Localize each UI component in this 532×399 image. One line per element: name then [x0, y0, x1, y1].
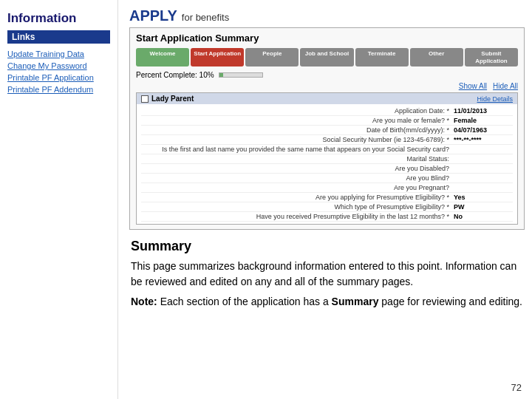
percent-bar-outer [219, 72, 263, 78]
sidebar-title: Information [7, 11, 110, 26]
application-summary-box: Start Application Summary Welcome Start … [129, 27, 525, 230]
row-label: Application Date: * [141, 107, 454, 115]
step-start: Start Application [191, 48, 244, 66]
row-value: 11/01/2013 [454, 107, 513, 115]
paragraph1-text: This page summarizes background informat… [131, 260, 516, 287]
note-label: Note: [131, 296, 157, 307]
table-row: Which type of Presumptive Eligibility? *… [141, 202, 513, 212]
show-all-link[interactable]: Show All [459, 82, 487, 90]
sidebar: Information Links Update Training Data C… [0, 0, 118, 399]
row-value: Yes [454, 194, 513, 201]
page-number: 72 [511, 382, 522, 393]
note-text: Each section of the application has a [157, 296, 332, 307]
row-value [454, 174, 513, 182]
row-label: Which type of Presumptive Eligibility? * [141, 203, 454, 211]
table-row: Are you applying for Presumptive Eligibi… [141, 193, 513, 202]
step-other: Other [410, 48, 463, 66]
percent-bar-inner [219, 73, 224, 77]
row-value [454, 184, 513, 191]
row-label: Date of Birth(mm/cd/yyyy): * [141, 126, 454, 134]
apply-subtitle: for benefits [182, 12, 229, 23]
table-row: Application Date: * 11/01/2013 [141, 106, 513, 116]
section-checkbox[interactable] [141, 95, 149, 103]
detail-header-left: Lady Parent [141, 95, 194, 103]
step-submit: Submit Application [465, 48, 518, 66]
table-row: Is the first and last name you provided … [141, 145, 513, 154]
row-label: Are you Disabled? [141, 165, 454, 172]
show-hide-row: Show All Hide All [136, 82, 518, 90]
row-value [454, 155, 513, 163]
table-row: Are you Disabled? [141, 164, 513, 174]
row-label: Are you Pregnant? [141, 184, 454, 191]
section-label: Lady Parent [151, 95, 194, 103]
apply-title: APPLY [129, 7, 177, 24]
step-welcome: Welcome [136, 48, 189, 66]
percent-label: Percent Complete: 10% [136, 71, 214, 79]
table-row: Social Security Number (ie 123-45-6789):… [141, 135, 513, 145]
bottom-content: Summary This page summarizes background … [129, 239, 525, 310]
apply-header: APPLY for benefits [129, 7, 525, 24]
row-label: Marital Status: [141, 155, 454, 163]
row-value: No [454, 213, 513, 220]
row-value: 04/07/1963 [454, 126, 513, 134]
row-label: Is the first and last name you provided … [141, 146, 454, 153]
table-row: Are you male or female? * Female [141, 116, 513, 126]
row-label: Are you male or female? * [141, 117, 454, 124]
row-label: Have you received Presumptive Eligibilit… [141, 213, 454, 220]
note-text2: page for reviewing and editing. [378, 296, 522, 307]
table-row: Have you received Presumptive Eligibilit… [141, 212, 513, 222]
summary-heading: Summary [131, 239, 523, 254]
row-label: Social Security Number (ie 123-45-6789):… [141, 136, 454, 143]
main-content: APPLY for benefits Start Application Sum… [118, 0, 532, 399]
table-row: Date of Birth(mm/cd/yyyy): * 04/07/1963 [141, 126, 513, 135]
summary-paragraph1: This page summarizes background informat… [131, 259, 523, 290]
detail-box: Lady Parent Hide Details Application Dat… [136, 92, 518, 225]
row-value: PW [454, 203, 513, 211]
detail-rows: Application Date: * 11/01/2013 Are you m… [137, 104, 517, 224]
row-value [454, 146, 513, 153]
row-label: Are you applying for Presumptive Eligibi… [141, 194, 454, 201]
hide-all-link[interactable]: Hide All [493, 82, 518, 90]
step-job: Job and School [300, 48, 353, 66]
hide-details-button[interactable]: Hide Details [477, 95, 513, 103]
sidebar-link-change-password[interactable]: Change My Password [7, 61, 110, 70]
sidebar-links-label: Links [7, 30, 110, 44]
detail-header: Lady Parent Hide Details [137, 93, 517, 104]
sidebar-link-printable-pf[interactable]: Printable PF Application [7, 73, 110, 82]
row-value: Female [454, 117, 513, 124]
steps-bar: Welcome Start Application People Job and… [136, 48, 518, 66]
table-row: Are you Blind? [141, 174, 513, 183]
note-bold: Summary [332, 296, 379, 307]
step-terminate: Terminate [355, 48, 409, 66]
row-value [454, 165, 513, 172]
table-row: Marital Status: [141, 154, 513, 164]
percent-complete-row: Percent Complete: 10% [136, 71, 518, 79]
app-box-title: Start Application Summary [136, 33, 518, 44]
row-label: Are you Blind? [141, 174, 454, 182]
step-people: People [245, 48, 299, 66]
sidebar-link-printable-pf-addendum[interactable]: Printable PF Addendum [7, 85, 110, 94]
sidebar-link-update-training[interactable]: Update Training Data [7, 50, 110, 58]
row-value: ***-**-**** [454, 136, 513, 143]
summary-note: Note: Each section of the application ha… [131, 294, 523, 310]
table-row: Are you Pregnant? [141, 183, 513, 193]
